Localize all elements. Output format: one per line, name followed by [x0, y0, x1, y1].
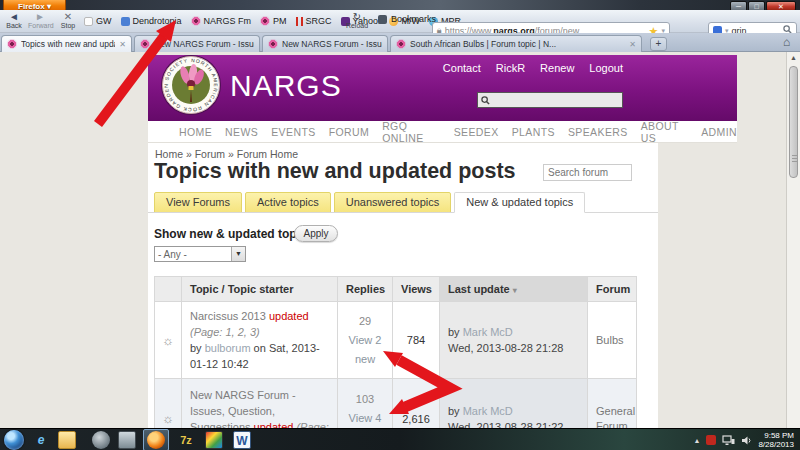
updater-link[interactable]: Mark McD	[463, 405, 513, 417]
tray-expand-icon[interactable]: ▲	[693, 437, 700, 444]
page-title: Topics with new and updated posts	[154, 159, 516, 184]
forum-cell[interactable]: General Forum	[588, 379, 637, 429]
bookmark-nargs-fm[interactable]: NARGS Fm	[191, 16, 252, 26]
scrollbar-grip	[792, 155, 797, 163]
last-update-cell: by Mark McD Wed, 2013-08-28 21:22	[440, 379, 588, 429]
nav-forum[interactable]: FORUM	[329, 126, 370, 138]
start-button[interactable]	[4, 430, 24, 450]
reload-icon: ↻	[343, 11, 371, 22]
tab-view-forums[interactable]: View Forums	[154, 192, 242, 213]
apply-button[interactable]: Apply	[294, 225, 338, 242]
stop-icon: ✕	[56, 11, 80, 22]
tab-unanswered-topics[interactable]: Unanswered topics	[334, 192, 452, 213]
site-header: NORTH AMERICAN ROCK GARDEN SOCIETY NARGS…	[148, 55, 737, 121]
nav-events[interactable]: EVENTS	[271, 126, 315, 138]
topic-link[interactable]: Narcissus 2013	[190, 310, 266, 322]
antivirus-tray-icon[interactable]	[706, 435, 716, 445]
nav-admin[interactable]: ADMIN	[701, 126, 737, 138]
forum-column-header[interactable]: Forum	[588, 277, 637, 302]
views-column-header[interactable]: Views	[393, 277, 440, 302]
scrollbar-thumb[interactable]	[789, 66, 798, 178]
forum-tabs: View Forums Active topics Unanswered top…	[154, 192, 585, 213]
volume-tray-icon[interactable]	[741, 435, 752, 446]
browser-viewport: NORTH AMERICAN ROCK GARDEN SOCIETY NARGS…	[0, 52, 800, 428]
nav-seedex[interactable]: SEEDEX	[454, 126, 499, 138]
contact-link[interactable]: Contact	[443, 62, 481, 74]
bookmarks-menu-button[interactable]: Bookmarks	[378, 14, 436, 24]
bookmark-srgc[interactable]: SRGC	[296, 16, 332, 26]
table-row: ☼ Narcissus 2013 updated (Page: 1, 2, 3)…	[155, 302, 637, 379]
internet-explorer-icon[interactable]: e	[32, 431, 50, 449]
srgc-favicon	[296, 17, 303, 26]
home-icon[interactable]: ⌂	[783, 35, 790, 49]
network-tray-icon[interactable]	[722, 435, 735, 446]
browser-toolbar: ◄ Back ► Forward ✕ Stop GW Dendrotopia N…	[0, 10, 800, 33]
select-dropdown-icon[interactable]: ▼	[231, 247, 245, 261]
forward-button[interactable]: ► Forward	[28, 11, 52, 29]
nargs-flower-favicon	[191, 16, 201, 26]
tab-active-topics[interactable]: Active topics	[245, 192, 331, 213]
nav-about-us[interactable]: ABOUT US	[641, 120, 688, 144]
account-links: Contact RickR Renew Logout	[443, 62, 623, 74]
logout-link[interactable]: Logout	[589, 62, 623, 74]
nav-news[interactable]: NEWS	[225, 126, 258, 138]
bookmarks-menu-icon	[378, 15, 387, 24]
tab-close-icon[interactable]: ✕	[629, 40, 636, 49]
tab-south-african-bulbs[interactable]: South African Bulbs | Forum topic | N...…	[390, 35, 642, 52]
topics-table: Topic / Topic starter Replies Views Last…	[154, 276, 637, 428]
site-search-box[interactable]	[477, 92, 623, 108]
site-search-magnifier-icon	[481, 96, 490, 105]
gw-favicon	[84, 17, 93, 26]
renew-link[interactable]: Renew	[540, 62, 574, 74]
dial-app-icon[interactable]	[92, 431, 110, 449]
tab-topics-new-updated[interactable]: Topics with new and updated posts | ... …	[1, 35, 132, 52]
author-link[interactable]: bulborum	[205, 342, 251, 354]
taskbar-clock[interactable]: 9:58 PM 8/28/2013	[758, 431, 798, 449]
last-update-column-header[interactable]: Last update ▾	[440, 277, 588, 302]
site-brand[interactable]: NARGS	[230, 69, 342, 103]
bookmark-pm[interactable]: PM	[260, 16, 287, 26]
remote-desktop-icon[interactable]	[118, 431, 136, 449]
view-new-link[interactable]: View 4 new	[338, 409, 392, 428]
new-tab-button[interactable]: +	[650, 37, 667, 51]
bookmark-gw[interactable]: GW	[84, 16, 112, 26]
topic-column-header[interactable]: Topic / Topic starter	[182, 277, 338, 302]
tab-favicon-flower	[7, 39, 17, 49]
scroll-up-icon[interactable]: ▲	[787, 52, 800, 64]
user-link[interactable]: RickR	[496, 62, 525, 74]
forum-cell[interactable]: Bulbs	[588, 302, 637, 379]
7zip-icon[interactable]: 7z	[177, 431, 195, 449]
nav-plants[interactable]: PLANTS	[512, 126, 555, 138]
replies-column-header[interactable]: Replies	[338, 277, 393, 302]
tab-favicon-flower	[140, 39, 150, 49]
windows-taskbar: e 7z W ▲ 9:58 PM 8/28/2013	[0, 428, 800, 450]
word-icon[interactable]: W	[233, 431, 251, 449]
windows-explorer-icon[interactable]	[58, 431, 76, 449]
firefox-taskbar-icon[interactable]	[147, 431, 165, 449]
back-button[interactable]: ◄ Back	[2, 11, 26, 29]
tab-new-nargs-forum-1[interactable]: New NARGS Forum - Issues, Question,...	[134, 35, 260, 52]
page-scrollbar[interactable]: ▲	[786, 52, 800, 428]
tab-new-nargs-forum-2[interactable]: New NARGS Forum - Issues, Question,...	[262, 35, 388, 52]
views-cell: 784	[393, 302, 440, 379]
updater-link[interactable]: Mark McD	[463, 326, 513, 338]
forum-search-input[interactable]	[543, 164, 632, 181]
nav-rgq-online[interactable]: RGQ ONLINE	[382, 120, 441, 144]
tab-new-updated-topics[interactable]: New & updated topics	[454, 192, 585, 213]
topic-pages[interactable]: (Page: 1, 2, 3)	[190, 326, 260, 338]
tab-close-icon[interactable]: ✕	[119, 40, 126, 49]
reload-button[interactable]: ↻ Reload	[343, 11, 371, 29]
view-new-link[interactable]: View 2 new	[338, 331, 392, 369]
topic-cell: Narcissus 2013 updated (Page: 1, 2, 3) b…	[182, 302, 338, 379]
image-viewer-icon[interactable]	[205, 431, 223, 449]
forum-filter-select[interactable]: - Any - ▼	[154, 246, 246, 262]
sort-caret-icon: ▾	[513, 286, 517, 295]
tab-favicon-flower	[396, 39, 406, 49]
new-posts-icon: ☼	[155, 302, 182, 379]
bookmark-dendrotopia[interactable]: Dendrotopia	[121, 16, 182, 26]
forward-icon: ►	[28, 11, 52, 22]
nav-home[interactable]: HOME	[179, 126, 212, 138]
stop-button[interactable]: ✕ Stop	[56, 11, 80, 29]
nav-speakers[interactable]: SPEAKERS	[568, 126, 628, 138]
back-icon: ◄	[2, 11, 26, 22]
